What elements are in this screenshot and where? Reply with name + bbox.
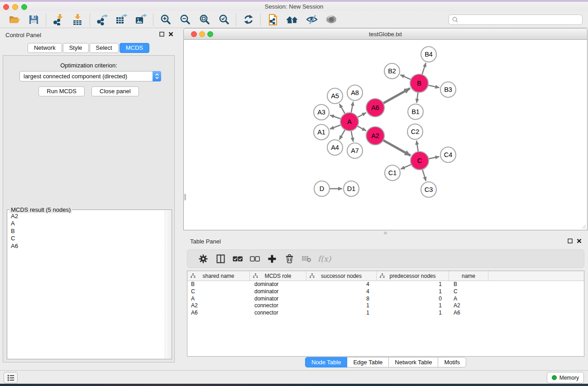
table-settings-button[interactable] <box>195 252 212 266</box>
cell-successor-nodes[interactable]: 4 <box>306 281 377 288</box>
cell-predecessor-nodes[interactable]: 1 <box>377 281 449 288</box>
criterion-dropdown[interactable]: largest connected component (directed) <box>19 71 161 81</box>
show-columns-button[interactable] <box>212 252 229 266</box>
column-header-name[interactable]: name <box>449 271 488 281</box>
cell-predecessor-nodes[interactable]: 1 <box>377 310 449 317</box>
edge-A-A8[interactable] <box>351 102 353 114</box>
task-history-button[interactable] <box>4 372 18 383</box>
select-all-button[interactable] <box>229 252 246 266</box>
table-row[interactable]: Cdominator41C <box>187 288 584 295</box>
close-panel-icon[interactable] <box>577 238 582 243</box>
search-field[interactable] <box>449 14 583 25</box>
cell-MCDS-role[interactable]: dominator <box>250 288 306 295</box>
cell-successor-nodes[interactable]: 4 <box>306 288 377 295</box>
edge-B-B3[interactable] <box>427 85 440 88</box>
edge-A6-B[interactable] <box>382 88 410 104</box>
edge-B-B1[interactable] <box>417 91 418 103</box>
edge-A-A6[interactable] <box>357 113 366 118</box>
run-mcds-button[interactable]: Run MCDS <box>38 86 85 96</box>
table-tab-edge-table[interactable]: Edge Table <box>347 357 389 367</box>
mcds-list-scrollbar[interactable] <box>165 210 171 358</box>
canvas-vertical-scrollbar[interactable] <box>184 194 186 200</box>
mcds-result-item[interactable]: A <box>11 220 165 227</box>
control-panel-tab-select[interactable]: Select <box>90 43 119 53</box>
edge-C-C4[interactable] <box>428 157 440 159</box>
close-panel-button[interactable]: Close panel <box>91 86 139 96</box>
resize-grip-icon[interactable] <box>581 224 586 229</box>
cell-shared-name[interactable]: A2 <box>187 302 250 310</box>
cell-successor-nodes[interactable]: 1 <box>306 310 377 317</box>
memory-button[interactable]: Memory <box>547 372 584 383</box>
save-session-button[interactable] <box>24 13 43 27</box>
edge-C-C1[interactable] <box>401 164 412 169</box>
cell-name[interactable]: A6 <box>449 310 488 317</box>
close-network-window-button[interactable] <box>191 31 197 37</box>
cell-name[interactable]: B <box>449 281 488 288</box>
control-panel-tab-mcds[interactable]: MCDS <box>120 43 149 53</box>
mcds-result-item[interactable]: A2 <box>11 213 165 220</box>
delete-entries-button[interactable] <box>281 252 298 266</box>
zoom-window-button[interactable] <box>21 4 27 10</box>
column-header-predecessor-nodes[interactable]: predecessor nodes <box>377 271 449 281</box>
deselect-all-button[interactable] <box>246 252 263 266</box>
cell-shared-name[interactable]: A6 <box>187 310 250 317</box>
control-panel-tab-style[interactable]: Style <box>63 43 89 53</box>
cell-MCDS-role[interactable]: dominator <box>250 281 306 288</box>
search-input[interactable] <box>459 15 582 24</box>
cell-predecessor-nodes[interactable]: 1 <box>377 302 449 310</box>
float-panel-icon[interactable] <box>568 238 573 243</box>
cell-predecessor-nodes[interactable]: 1 <box>377 288 449 295</box>
column-header-shared-name[interactable]: shared name <box>187 271 250 281</box>
refresh-view-button[interactable] <box>239 13 258 27</box>
export-network-button[interactable] <box>92 13 112 27</box>
network-canvas[interactable]: B4B2BB3A8A5A6B1A3AC2A1A2A4A7C4CC1C3DD1 <box>183 40 588 230</box>
edge-A-A2[interactable] <box>357 126 366 131</box>
table-tab-node-table[interactable]: Node Table <box>305 357 348 367</box>
mcds-result-item[interactable]: B <box>11 228 165 235</box>
hide-graphics-details-button[interactable] <box>302 13 321 27</box>
network-document-button[interactable] <box>263 13 282 27</box>
table-row[interactable]: A2connector11A2 <box>187 302 584 310</box>
delete-table-button[interactable] <box>298 252 315 266</box>
close-panel-icon[interactable] <box>168 32 173 37</box>
mcds-result-item[interactable]: A6 <box>11 243 165 250</box>
network-graph[interactable]: B4B2BB3A8A5A6B1A3AC2A1A2A4A7C4CC1C3DD1 <box>184 40 586 229</box>
table-row[interactable]: A6connector11A6 <box>187 310 584 317</box>
network-window-titlebar[interactable]: testGlobe.txt <box>183 28 588 40</box>
close-window-button[interactable] <box>3 4 9 10</box>
cell-successor-nodes[interactable]: 8 <box>306 295 377 303</box>
zoom-network-window-button[interactable] <box>207 31 213 37</box>
edge-B-B4[interactable] <box>422 63 426 76</box>
import-table-button[interactable] <box>68 13 87 27</box>
mcds-result-list[interactable]: A2ABCA6 <box>8 210 165 358</box>
cell-name[interactable]: C <box>449 288 488 295</box>
zoom-fit-button[interactable] <box>195 13 214 27</box>
cell-MCDS-role[interactable]: connector <box>250 302 306 310</box>
edge-C-C2[interactable] <box>416 141 418 152</box>
panel-splitter-handle[interactable] <box>384 232 387 234</box>
edge-A-A1[interactable] <box>330 124 342 129</box>
edge-C-C3[interactable] <box>422 168 426 181</box>
mcds-result-item[interactable]: C <box>11 235 165 242</box>
export-image-button[interactable] <box>131 13 151 27</box>
cell-name[interactable]: A2 <box>449 302 488 310</box>
control-panel-tab-network[interactable]: Network <box>28 43 62 53</box>
zoom-out-button[interactable] <box>175 13 195 27</box>
minimize-window-button[interactable] <box>12 4 18 10</box>
home-button[interactable] <box>282 13 302 27</box>
zoom-in-button[interactable] <box>156 13 175 27</box>
edge-A-A5[interactable] <box>339 104 345 114</box>
table-row[interactable]: Bdominator41B <box>187 281 584 288</box>
cell-predecessor-nodes[interactable]: 0 <box>377 295 449 303</box>
edge-B-B2[interactable] <box>400 75 411 80</box>
cell-shared-name[interactable]: B <box>187 281 250 288</box>
edge-A-A3[interactable] <box>330 115 342 119</box>
cell-MCDS-role[interactable]: connector <box>250 310 306 317</box>
cell-successor-nodes[interactable]: 1 <box>306 302 377 310</box>
cell-MCDS-role[interactable]: dominator <box>250 295 306 303</box>
cell-name[interactable]: A <box>449 295 488 303</box>
cell-shared-name[interactable]: C <box>187 288 250 295</box>
column-header-MCDS-role[interactable]: MCDS role <box>250 271 306 281</box>
minimize-network-window-button[interactable] <box>199 31 205 37</box>
zoom-selected-button[interactable] <box>214 13 234 27</box>
